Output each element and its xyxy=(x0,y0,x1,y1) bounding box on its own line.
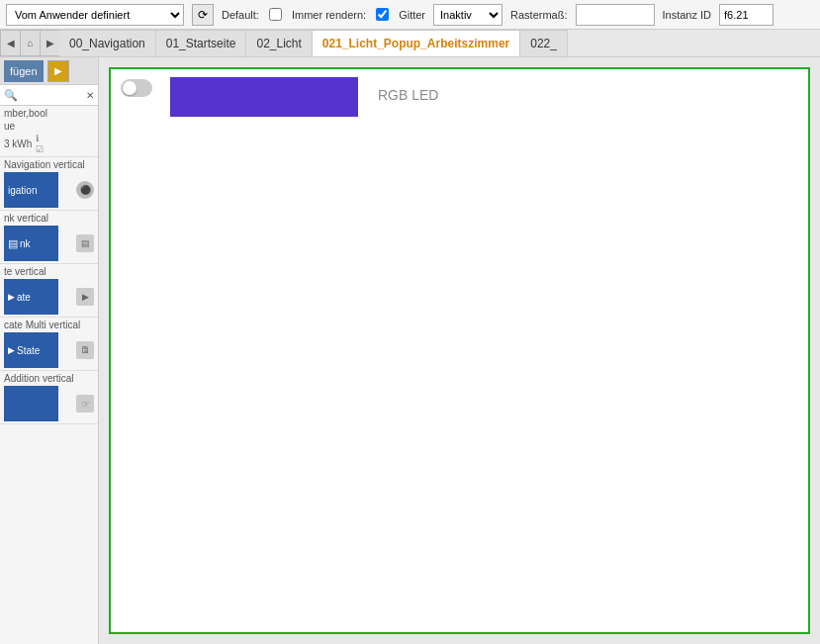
toggle-switch[interactable] xyxy=(121,79,152,97)
rgb-led-label: RGB LED xyxy=(378,87,438,103)
tab-022[interactable]: 022_ xyxy=(520,30,568,56)
left-panel: fügen ▶ 🔍 ✕ mber,bool ue 3 kWh ℹ ☑ xyxy=(0,57,99,644)
tab-02-licht[interactable]: 02_Licht xyxy=(246,30,312,56)
list-item[interactable]: cate Multi vertical ▶ State 🖺 xyxy=(0,318,98,371)
tab-nav-home[interactable]: ⌂ xyxy=(20,30,40,56)
widget-list: mber,bool ue 3 kWh ℹ ☑ Navigation vertic… xyxy=(0,106,98,644)
widget-label-2: Navigation vertical xyxy=(4,159,94,170)
default-label: Default: xyxy=(222,9,259,21)
list-item[interactable]: te vertical ▶ ate ▶ xyxy=(0,264,98,318)
widget-box-3: ▤ nk xyxy=(4,226,58,261)
canvas-content: RGB LED xyxy=(109,67,810,634)
widget-icon-5: 🖺 xyxy=(76,341,94,359)
immer-rendern-checkbox[interactable] xyxy=(376,8,389,21)
toolbar-sync-icon[interactable]: ⟳ xyxy=(192,4,214,26)
gitter-select[interactable]: Inaktiv Aktiv xyxy=(433,4,502,26)
search-icon: 🔍 xyxy=(4,89,18,102)
toolbar-select[interactable]: Vom Anwender definiert xyxy=(6,4,184,26)
list-item[interactable]: Navigation vertical igation ⚫ xyxy=(0,157,98,211)
canvas-area: RGB LED xyxy=(99,57,820,644)
widget-box-5: ▶ State xyxy=(4,332,58,368)
search-row: 🔍 ✕ xyxy=(0,85,98,106)
widget-icon-4: ▶ xyxy=(76,288,94,306)
check-icon-1: ☑ xyxy=(36,144,44,154)
tabs-row: ◀ ⌂ ▶ 00_Navigation 01_Startseite 02_Lic… xyxy=(0,30,820,57)
list-item[interactable]: Addition vertical ☞ xyxy=(0,371,98,424)
main-layout: fügen ▶ 🔍 ✕ mber,bool ue 3 kWh ℹ ☑ xyxy=(0,57,820,644)
list-item[interactable]: nk vertical ▤ nk ▤ xyxy=(0,211,98,264)
instanz-input[interactable] xyxy=(719,4,774,26)
widget-icon-6: ☞ xyxy=(76,395,94,413)
widget-preview-5: ▶ State 🖺 xyxy=(4,332,94,368)
kwh-value: 3 kWh xyxy=(4,138,32,149)
widget-label-6: Addition vertical xyxy=(4,373,94,384)
toggle-widget[interactable] xyxy=(121,79,152,97)
immer-rendern-label: Immer rendern: xyxy=(292,9,366,21)
instanz-label: Instanz ID xyxy=(663,9,712,21)
close-icon[interactable]: ✕ xyxy=(86,90,94,101)
widget-sublabel-1: ue xyxy=(4,121,94,132)
widget-label-5: cate Multi vertical xyxy=(4,320,94,330)
toggle-knob xyxy=(123,81,137,95)
tab-nav-prev[interactable]: ◀ xyxy=(0,30,20,56)
widget-label-4: te vertical xyxy=(4,266,94,277)
widget-box-2: igation xyxy=(4,172,58,208)
toolbar: Vom Anwender definiert ⟳ Default: Immer … xyxy=(0,0,820,30)
rgb-led-box xyxy=(170,77,358,117)
widget-preview-4: ▶ ate ▶ xyxy=(4,279,94,315)
add-button[interactable]: fügen xyxy=(4,60,44,82)
filter-icon[interactable]: ▶ xyxy=(47,60,69,82)
default-checkbox[interactable] xyxy=(269,8,282,21)
info-icon-1: ℹ xyxy=(36,134,44,143)
rastermass-label: Rastermaß: xyxy=(510,9,567,21)
tab-nav-next[interactable]: ▶ xyxy=(40,30,59,56)
widget-label-1: mber,bool xyxy=(4,108,94,119)
tab-01-startseite[interactable]: 01_Startseite xyxy=(156,30,247,56)
widget-icon-3: ▤ xyxy=(76,234,94,252)
gitter-label: Gitter xyxy=(399,9,425,21)
list-item[interactable]: mber,bool ue 3 kWh ℹ ☑ xyxy=(0,106,98,157)
widget-preview-6: ☞ xyxy=(4,386,94,421)
search-input[interactable] xyxy=(20,87,86,103)
widget-box-4: ▶ ate xyxy=(4,279,58,315)
rastermass-input[interactable] xyxy=(576,4,655,26)
tab-00-navigation[interactable]: 00_Navigation xyxy=(59,30,156,56)
widget-preview-3: ▤ nk ▤ xyxy=(4,226,94,261)
widget-icon-2: ⚫ xyxy=(76,181,94,199)
tab-021-licht-popup[interactable]: 021_Licht_Popup_Arbeitszimmer xyxy=(313,30,520,56)
widget-preview-2: igation ⚫ xyxy=(4,172,94,208)
widget-label-3: nk vertical xyxy=(4,213,94,224)
widget-box-6 xyxy=(4,386,58,421)
left-top-bar: fügen ▶ xyxy=(0,57,98,85)
